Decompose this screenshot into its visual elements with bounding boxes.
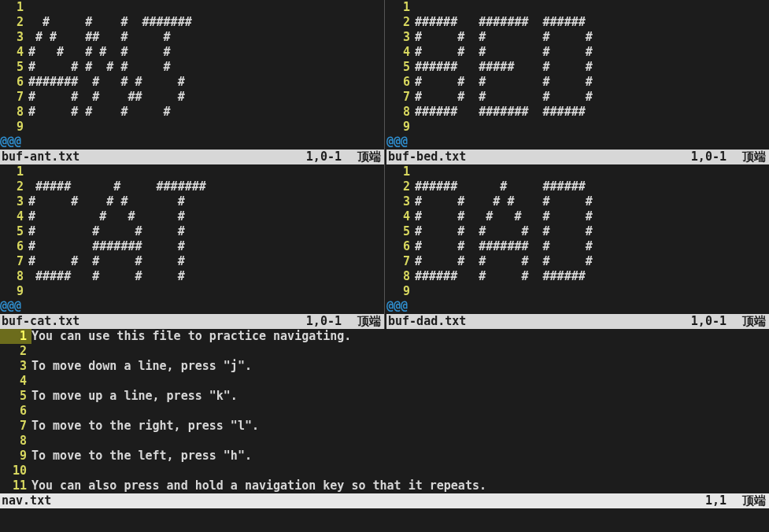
statusbar-filename: buf-cat.txt	[0, 314, 79, 329]
line-number: 7	[386, 254, 415, 269]
line-number: 1	[0, 329, 31, 344]
line-number: 2	[0, 344, 31, 359]
line-number: 9	[386, 120, 415, 135]
line-number: 5	[386, 60, 415, 75]
statusbar-filename: buf-bed.txt	[386, 150, 466, 164]
line-number: 9	[386, 284, 415, 299]
line-number: 4	[0, 374, 31, 389]
statusbar-bed: buf-bed.txt 1,0-1 顶端	[386, 150, 769, 164]
buffer-line: # # # # #	[28, 194, 185, 209]
line-number: 3	[0, 359, 31, 374]
buffer-line: # # ####### # #	[415, 239, 593, 253]
line-number: 5	[386, 224, 415, 239]
line-number: 7	[0, 419, 31, 434]
statusbar-cursor: 1,1	[705, 493, 742, 508]
line-number: 3	[0, 30, 28, 45]
command-line[interactable]	[0, 508, 769, 530]
buffer-line: To move up a line, press "k".	[31, 389, 238, 403]
fold-marker: @@@	[0, 299, 384, 314]
line-number: 5	[0, 389, 31, 404]
buffer-line: # ####### #	[28, 239, 185, 253]
buffer-line: # # # # # #	[415, 194, 593, 209]
line-number: 1	[0, 0, 28, 15]
statusbar-filename: buf-ant.txt	[0, 150, 79, 164]
line-number: 8	[0, 269, 28, 284]
statusbar-ant: buf-ant.txt 1,0-1 顶端	[0, 150, 384, 164]
buffer-line: # # ## # #	[28, 30, 171, 44]
line-number: 4	[386, 209, 415, 224]
buffer-line: # # # ## #	[28, 90, 185, 104]
line-number: 9	[0, 284, 28, 299]
buffer-line: To move to the right, press "l".	[31, 419, 259, 433]
buffer-line: # # # # #	[28, 254, 185, 268]
line-number: 11	[0, 478, 31, 493]
line-number: 2	[386, 179, 415, 194]
buffer-line: # # # # #	[28, 105, 171, 119]
buffer-line: # # # #	[28, 209, 185, 224]
buffer-line: ##### # # #	[28, 269, 185, 283]
line-number: 8	[0, 434, 31, 449]
statusbar-cursor: 1,0-1	[306, 314, 357, 329]
statusbar-scroll: 顶端	[357, 150, 384, 164]
buffer-line: # # # # #	[415, 45, 593, 59]
line-number: 1	[386, 164, 415, 179]
line-number: 6	[0, 239, 28, 254]
line-number: 2	[0, 179, 28, 194]
statusbar-scroll: 顶端	[742, 150, 769, 164]
line-number: 3	[0, 194, 28, 209]
buffer-line: # # # # #	[415, 75, 593, 89]
pane-cat[interactable]: 1 2 ##### # ####### 3# # # # # 4# # # # …	[0, 164, 384, 329]
line-number: 8	[386, 105, 415, 120]
line-number: 5	[0, 224, 28, 239]
line-number: 6	[0, 404, 31, 419]
pane-ant[interactable]: 1 2 # # # ####### 3 # # ## # # 4# # # # …	[0, 0, 384, 164]
buffer-line: ###### ####### ######	[415, 15, 586, 29]
line-number: 7	[0, 254, 28, 269]
line-number: 8	[386, 269, 415, 284]
statusbar-cursor: 1,0-1	[306, 150, 357, 164]
line-number: 7	[386, 90, 415, 105]
buffer-line: ####### # # # #	[28, 75, 185, 89]
buffer-line: # # # #######	[28, 15, 192, 29]
line-number: 3	[386, 30, 415, 45]
line-number: 10	[0, 464, 31, 478]
line-number: 4	[0, 45, 28, 60]
line-number: 8	[0, 105, 28, 120]
statusbar-scroll: 顶端	[357, 314, 384, 329]
buffer-line: # # # # #	[415, 90, 593, 104]
statusbar-cursor: 1,0-1	[691, 150, 742, 164]
buffer-line: # # # # #	[415, 30, 593, 44]
statusbar-cat: buf-cat.txt 1,0-1 顶端	[0, 314, 384, 329]
statusbar-filename: nav.txt	[0, 493, 51, 508]
statusbar-scroll: 顶端	[742, 314, 769, 329]
line-number: 7	[0, 90, 28, 105]
buffer-line: # # # # # #	[415, 209, 593, 224]
line-number: 6	[386, 75, 415, 90]
fold-marker: @@@	[386, 299, 769, 314]
buffer-line: To move down a line, press "j".	[31, 359, 252, 373]
split-row-top: 1 2 # # # ####### 3 # # ## # # 4# # # # …	[0, 0, 769, 164]
statusbar-filename: buf-dad.txt	[386, 314, 466, 329]
buffer-line: # # # #	[28, 224, 185, 238]
buffer-line: # # # # # #	[415, 224, 593, 238]
pane-nav[interactable]: 1You can use this file to practice navig…	[0, 329, 769, 508]
buffer-line: # # # # # #	[28, 60, 171, 74]
statusbar-dad: buf-dad.txt 1,0-1 顶端	[386, 314, 769, 329]
line-number: 1	[0, 164, 28, 179]
line-number: 9	[0, 449, 31, 464]
statusbar-cursor: 1,0-1	[691, 314, 742, 329]
line-number: 4	[0, 209, 28, 224]
line-number: 4	[386, 45, 415, 60]
line-number: 9	[0, 120, 28, 135]
pane-bed[interactable]: 1 2###### ####### ###### 3# # # # # 4# #…	[384, 0, 769, 164]
line-number: 1	[386, 0, 415, 15]
buffer-line: ###### # # ######	[415, 269, 586, 283]
buffer-line: # # # # # #	[415, 254, 593, 268]
buffer-line: ###### ####### ######	[415, 105, 586, 119]
fold-marker: @@@	[0, 135, 384, 150]
split-row-mid: 1 2 ##### # ####### 3# # # # # 4# # # # …	[0, 164, 769, 329]
line-number: 6	[0, 75, 28, 90]
pane-dad[interactable]: 1 2###### # ###### 3# # # # # # 4# # # #…	[384, 164, 769, 329]
buffer-line: You can also press and hold a navigation…	[31, 478, 486, 493]
buffer-line: # # # # # #	[28, 45, 171, 59]
